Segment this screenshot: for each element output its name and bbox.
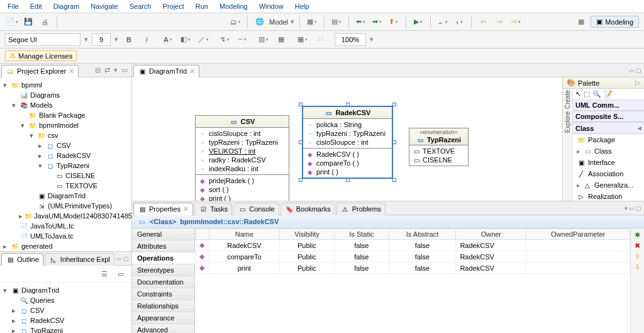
menu-window[interactable]: Window	[254, 1, 289, 11]
tree-textove[interactable]: TEXTOVE	[65, 182, 97, 189]
palette-composite[interactable]: Composite S...	[575, 113, 623, 120]
radek-op[interactable]: compareTo ( )	[316, 159, 359, 167]
radek-attr[interactable]: cisloSloupce : int	[316, 138, 369, 146]
menu-icon[interactable]: ▾	[113, 66, 119, 74]
csv-attr[interactable]: radky : RadekCSV	[209, 156, 265, 164]
chevron-down-icon[interactable]: ◂	[638, 124, 641, 132]
italic-icon[interactable]: I	[140, 33, 153, 47]
palette-group-create[interactable]: Create	[563, 89, 572, 110]
palette-item-realization[interactable]: ▷Realization	[573, 191, 644, 201]
cat-operations[interactable]: Operations	[132, 252, 195, 264]
select-tool-icon[interactable]: ↖	[575, 90, 581, 98]
arrange-icon[interactable]: ▥	[257, 33, 270, 47]
tree-blank-package[interactable]: Blank Package	[39, 111, 85, 119]
outline-radek[interactable]: RadekCSV	[30, 317, 64, 324]
up-icon[interactable]: ⇧	[635, 252, 640, 261]
col-name[interactable]: Name	[209, 229, 280, 240]
minimize-icon[interactable]: ▭	[120, 66, 129, 74]
font-size-input[interactable]	[92, 33, 111, 46]
menu-search[interactable]: Search	[125, 1, 157, 11]
router-icon[interactable]: ↯	[218, 33, 231, 47]
tree-bpmmlmodel[interactable]: bpmmlmodel	[39, 121, 79, 129]
table-row[interactable]: ◆RadekCSVPublicfalsefalse RadekCSV	[196, 240, 630, 251]
csv-attr[interactable]: cisloSloupce : int	[209, 130, 261, 137]
menu-file[interactable]: File	[3, 1, 24, 11]
tab-tasks[interactable]: ☑Tasks	[194, 203, 232, 215]
outline-typ[interactable]: TypRazeni	[30, 327, 63, 333]
col-isstatic[interactable]: Is Static	[335, 229, 389, 240]
csv-op[interactable]: sort ( )	[209, 186, 229, 193]
select-all-icon[interactable]: ▦	[274, 33, 288, 47]
maximize-icon[interactable]: ▢	[636, 67, 641, 74]
editor-tab-diagramtrid[interactable]: ▣ DiagramTrid ✕	[133, 65, 199, 77]
col-visibility[interactable]: Visibility	[279, 229, 334, 240]
outline-root[interactable]: DiagramTrid	[21, 286, 59, 294]
view-menu-icon[interactable]: ▾	[625, 205, 628, 212]
csv-op[interactable]: print ( )	[209, 195, 231, 201]
maximize-icon[interactable]: ▢	[636, 205, 641, 212]
distribute-icon[interactable]: ⫞	[452, 15, 466, 29]
zoom-input[interactable]	[335, 33, 366, 46]
col-ownedparam[interactable]: OwnedParameter	[526, 229, 630, 240]
palette-uml-common[interactable]: UML Comm...	[575, 101, 619, 109]
typ-literal[interactable]: CISELNE	[423, 156, 452, 164]
diagram-canvas[interactable]: ▭CSV ▫cisloSloupce : int ▫typRazeni : Ty…	[132, 77, 562, 201]
model-icon[interactable]: 🌐	[253, 15, 267, 29]
tab-inheritance[interactable]: ◺ Inheritance Expl	[45, 253, 114, 266]
grid-icon[interactable]: ▦	[296, 33, 309, 47]
menu-run[interactable]: Run	[191, 1, 213, 11]
cat-documentation[interactable]: Documentation	[132, 276, 194, 288]
palette-item-package[interactable]: 📁Package	[573, 134, 644, 145]
fill-color-icon[interactable]: ◧	[179, 33, 192, 47]
palette-class-group[interactable]: Class	[575, 125, 594, 132]
palette-item-generalization[interactable]: ▸△Generaliza...	[573, 179, 644, 191]
csv-attr[interactable]: indexRadku : int	[209, 165, 258, 172]
tree-models[interactable]: Models	[30, 101, 52, 109]
model-label[interactable]: Model	[269, 18, 288, 26]
tab-properties[interactable]: ▤Properties✕	[133, 203, 193, 215]
nav-fwd-icon[interactable]: ➡	[370, 15, 384, 29]
minimize-icon[interactable]: ▭	[629, 67, 635, 74]
tab-console[interactable]: ▭Console	[233, 203, 279, 215]
tree-javatouml[interactable]: JavaToUML.tc	[30, 222, 74, 230]
arrow-right2-icon[interactable]: ⇨	[509, 15, 523, 29]
close-icon[interactable]: ✕	[183, 205, 189, 213]
nav-up-icon[interactable]: ⬆	[387, 15, 401, 29]
menu-diagram[interactable]: Diagram	[48, 1, 85, 11]
tree-typrazeni[interactable]: TypRazeni	[57, 162, 89, 169]
uml-enum-typrazeni[interactable]: «enumeration» ▭TypRazeni ▭TEXTOVE ▭CISEL…	[409, 128, 469, 166]
menu-navigate[interactable]: Navigate	[86, 1, 123, 11]
typ-literal[interactable]: TEXTOVE	[423, 147, 455, 155]
menu-help[interactable]: Help	[290, 1, 314, 11]
chevron-right-icon[interactable]: ▷	[635, 79, 640, 87]
tree-generated[interactable]: generated	[21, 242, 53, 250]
tab-bookmarks[interactable]: 🔖Bookmarks	[280, 203, 335, 215]
cat-attributes[interactable]: Attributes	[132, 240, 194, 252]
palette-item-interface[interactable]: ▣Interface	[573, 157, 644, 168]
tree-icon[interactable]: 🗂	[228, 15, 242, 29]
new-wizard-icon[interactable]: 📄	[5, 15, 19, 29]
palette-item-class[interactable]: ▸▭Class	[573, 145, 644, 157]
project-tree[interactable]: ▾📁bpmml 📊Diagrams ▾📚Models 📁Blank Packag…	[0, 77, 131, 251]
outline-tree-icon[interactable]: ☰	[97, 267, 111, 281]
line-color-icon[interactable]: ／	[196, 33, 210, 47]
filter-icon[interactable]: ▤	[330, 15, 343, 29]
run-icon[interactable]: ▶	[411, 15, 425, 29]
zoom-tool-icon[interactable]: 🔍	[592, 90, 601, 98]
arrow-left-icon[interactable]: ⇦	[477, 15, 491, 29]
uml-class-csv[interactable]: ▭CSV ▫cisloSloupce : int ▫typRazeni : Ty…	[195, 115, 289, 201]
delete-icon[interactable]: ✖	[635, 242, 640, 250]
outline-overview-icon[interactable]: ▭	[114, 267, 128, 281]
radek-op[interactable]: print ( )	[316, 168, 338, 176]
col-owner[interactable]: Owner	[456, 229, 526, 240]
open-perspective-icon[interactable]: ▦	[574, 15, 588, 29]
tree-root[interactable]: bpmml	[21, 81, 42, 89]
table-row[interactable]: ◆printPublicfalsefalse RadekCSV	[196, 262, 630, 274]
menu-modeling[interactable]: Modeling	[214, 1, 253, 11]
table-row[interactable]: ◆compareToPublicfalsefalse RadekCSV	[196, 251, 630, 262]
tree-umltojava[interactable]: UMLToJava.tc	[30, 232, 74, 240]
radek-op[interactable]: RadekCSV ( )	[316, 150, 359, 158]
csv-op[interactable]: pridejRadek ( )	[209, 177, 254, 184]
tree-diagramtrid[interactable]: DiagramTrid	[48, 192, 86, 200]
tree-umlprim[interactable]: (UMLPrimitiveTypes)	[48, 202, 112, 210]
